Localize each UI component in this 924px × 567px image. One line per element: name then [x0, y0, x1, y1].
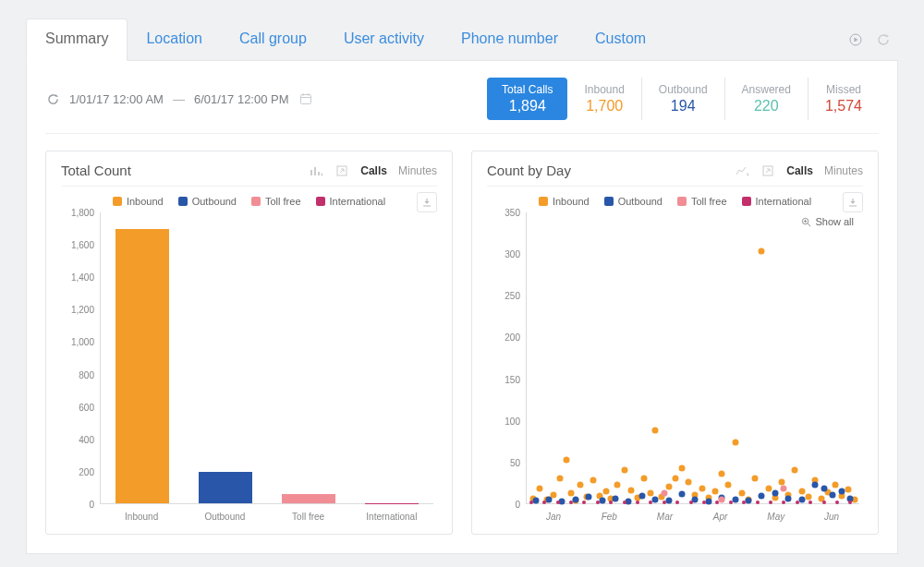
point-outbound[interactable] [821, 485, 827, 491]
point-international[interactable] [702, 501, 706, 504]
point-international[interactable] [808, 501, 812, 504]
point-outbound[interactable] [613, 495, 619, 501]
point-inbound[interactable] [699, 485, 705, 491]
point-outbound[interactable] [652, 497, 659, 503]
point-international[interactable] [609, 501, 613, 504]
play-icon[interactable] [848, 32, 863, 47]
legend-intl[interactable]: International [316, 196, 386, 207]
legend-tollfree[interactable]: Toll free [677, 196, 727, 207]
point-international[interactable] [623, 501, 626, 504]
metric-outbound[interactable]: Outbound 194 [642, 78, 725, 120]
point-inbound[interactable] [832, 482, 838, 489]
point-inbound[interactable] [779, 478, 785, 485]
legend-inbound[interactable]: Inbound [539, 196, 590, 207]
point-outbound[interactable] [692, 496, 699, 502]
point-inbound[interactable] [719, 470, 725, 477]
metric-inbound[interactable]: Inbound 1,700 [567, 78, 641, 120]
bar-toll-free[interactable] [282, 494, 335, 504]
point-international[interactable] [663, 501, 666, 504]
point-inbound[interactable] [665, 484, 672, 490]
point-outbound[interactable] [812, 482, 819, 489]
point-outbound[interactable] [732, 497, 738, 503]
point-outbound[interactable] [586, 493, 592, 500]
legend-tollfree[interactable]: Toll free [251, 196, 301, 207]
tab-user-activity[interactable]: User activity [325, 19, 443, 60]
date-range-picker[interactable]: 1/01/17 12:00 AM — 6/01/17 12:00 PM [45, 91, 313, 106]
point-outbound[interactable] [665, 498, 672, 504]
point-inbound[interactable] [765, 485, 772, 491]
expand-icon[interactable] [760, 163, 775, 178]
point-outbound[interactable] [798, 497, 805, 503]
point-outbound[interactable] [638, 492, 645, 499]
metric-answered[interactable]: Answered 220 [725, 78, 808, 120]
point-international[interactable] [556, 501, 560, 504]
point-inbound[interactable] [648, 490, 654, 497]
point-international[interactable] [742, 501, 746, 504]
point-inbound[interactable] [732, 440, 738, 446]
point-international[interactable] [848, 501, 852, 504]
bar-inbound[interactable] [116, 229, 169, 504]
legend-outbound[interactable]: Outbound [604, 196, 663, 207]
legend-inbound[interactable]: Inbound [113, 196, 164, 207]
point-inbound[interactable] [564, 457, 570, 464]
point-outbound[interactable] [772, 490, 778, 497]
point-inbound[interactable] [577, 482, 583, 489]
point-inbound[interactable] [672, 476, 678, 482]
refresh-icon[interactable] [876, 32, 891, 47]
point-international[interactable] [769, 501, 772, 504]
download-icon[interactable] [843, 192, 863, 212]
point-outbound[interactable] [559, 499, 565, 505]
tab-custom[interactable]: Custom [577, 19, 664, 60]
point-outbound[interactable] [599, 498, 605, 504]
point-international[interactable] [649, 501, 652, 504]
tab-phone-number[interactable]: Phone number [443, 19, 577, 60]
point-international[interactable] [636, 501, 639, 504]
point-inbound[interactable] [627, 487, 634, 493]
point-inbound[interactable] [603, 489, 610, 495]
point-inbound[interactable] [725, 482, 732, 489]
point-outbound[interactable] [705, 499, 711, 505]
tab-summary[interactable]: Summary [26, 18, 128, 61]
mode-calls[interactable]: Calls [786, 164, 813, 177]
point-toll-free[interactable] [719, 496, 725, 502]
point-international[interactable] [689, 501, 693, 504]
calendar-icon[interactable] [298, 91, 313, 106]
point-international[interactable] [675, 501, 679, 504]
point-inbound[interactable] [798, 489, 805, 495]
point-international[interactable] [796, 501, 799, 504]
point-international[interactable] [782, 501, 785, 504]
point-outbound[interactable] [532, 498, 539, 504]
point-international[interactable] [822, 501, 826, 504]
show-all-button[interactable]: Show all [801, 216, 854, 227]
point-international[interactable] [756, 501, 760, 504]
point-international[interactable] [542, 501, 546, 504]
point-international[interactable] [569, 501, 573, 504]
point-outbound[interactable] [785, 495, 792, 501]
point-toll-free[interactable] [781, 485, 787, 491]
point-outbound[interactable] [838, 489, 845, 495]
point-inbound[interactable] [568, 490, 575, 497]
point-inbound[interactable] [738, 490, 745, 497]
point-inbound[interactable] [686, 478, 692, 485]
point-international[interactable] [596, 501, 600, 504]
chart-type-icon[interactable] [735, 163, 749, 178]
mode-minutes[interactable]: Minutes [824, 164, 863, 177]
point-inbound[interactable] [792, 467, 798, 474]
point-inbound[interactable] [537, 485, 543, 491]
metric-total[interactable]: Total Calls 1,894 [487, 78, 567, 120]
point-international[interactable] [729, 501, 733, 504]
point-toll-free[interactable] [661, 490, 667, 497]
legend-outbound[interactable]: Outbound [178, 196, 237, 207]
point-outbound[interactable] [759, 492, 765, 499]
tab-location[interactable]: Location [128, 19, 221, 60]
mode-minutes[interactable]: Minutes [398, 164, 437, 177]
metric-missed[interactable]: Missed 1,574 [808, 78, 879, 120]
point-international[interactable] [835, 501, 839, 504]
point-outbound[interactable] [679, 491, 686, 498]
tab-call-group[interactable]: Call group [221, 19, 325, 60]
point-outbound[interactable] [830, 492, 836, 499]
mode-calls[interactable]: Calls [360, 164, 387, 177]
legend-intl[interactable]: International [742, 196, 812, 207]
point-inbound[interactable] [752, 476, 759, 482]
point-inbound[interactable] [712, 489, 719, 495]
